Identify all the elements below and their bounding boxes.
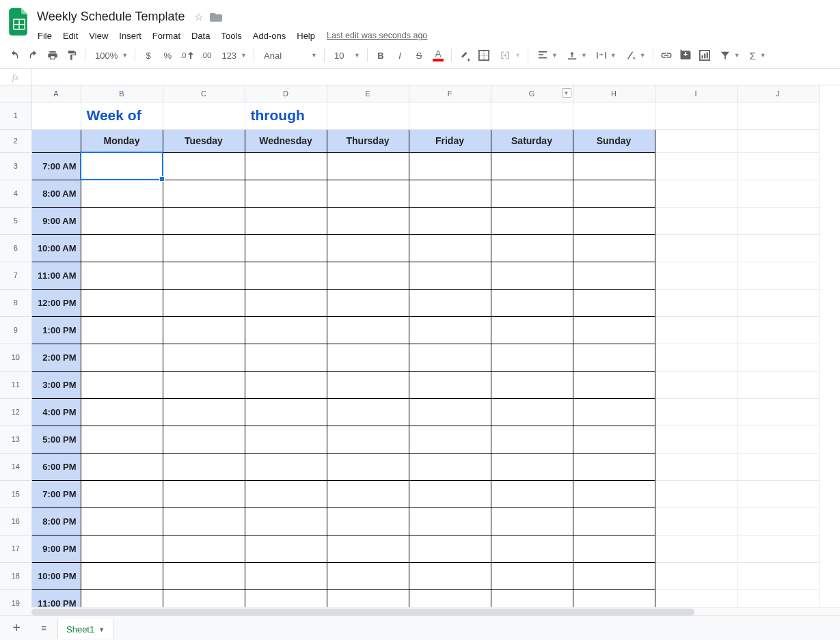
cell-E10[interactable] [327, 344, 409, 371]
row-header-14[interactable]: 14 [0, 453, 31, 480]
cell-D14[interactable] [245, 453, 327, 480]
cell-H6[interactable] [573, 234, 655, 262]
cell-J4[interactable] [737, 180, 819, 207]
row-header-10[interactable]: 10 [0, 344, 31, 371]
cell-B5[interactable] [81, 207, 163, 234]
valign-button[interactable]: ▼ [562, 46, 590, 64]
select-all-corner[interactable] [0, 85, 31, 102]
cell-C3[interactable] [163, 152, 245, 180]
link-button[interactable] [658, 46, 675, 64]
cell-H17[interactable] [573, 535, 655, 562]
cell-I12[interactable] [655, 398, 737, 426]
time-label-row14[interactable]: 6:00 PM [31, 453, 81, 480]
col-header-D[interactable]: D [245, 85, 327, 102]
fill-color-button[interactable] [456, 46, 474, 64]
cell-I17[interactable] [655, 535, 737, 562]
wrap-button[interactable]: ▼ [591, 46, 619, 64]
row-header-12[interactable]: 12 [0, 398, 31, 426]
cell-D16[interactable] [245, 507, 327, 535]
grid-area[interactable]: ABCDEFG▼HIJ1Week ofthrough2MondayTuesday… [0, 85, 840, 615]
cell-H8[interactable] [573, 289, 655, 316]
row-header-1[interactable]: 1 [0, 102, 31, 129]
cell-B8[interactable] [81, 289, 163, 316]
decrease-decimal-button[interactable]: .0 [178, 46, 195, 64]
cell-B6[interactable] [81, 234, 163, 262]
time-label-row7[interactable]: 11:00 AM [31, 262, 81, 289]
time-label-row3[interactable]: 7:00 AM [31, 152, 81, 180]
cell-G1[interactable] [491, 102, 573, 129]
col-header-G[interactable]: G▼ [491, 85, 573, 102]
time-label-row6[interactable]: 10:00 AM [31, 234, 81, 262]
cell-G8[interactable] [491, 289, 573, 316]
cell-C5[interactable] [163, 207, 245, 234]
cell-G12[interactable] [491, 398, 573, 426]
cell-H18[interactable] [573, 562, 655, 589]
cell-I1[interactable] [655, 102, 737, 129]
number-format-select[interactable]: 123▼ [216, 46, 249, 64]
cell-I8[interactable] [655, 289, 737, 316]
row-header-13[interactable]: 13 [0, 426, 31, 453]
row-header-5[interactable]: 5 [0, 207, 31, 234]
time-label-row13[interactable]: 5:00 PM [31, 426, 81, 453]
cell-G6[interactable] [491, 234, 573, 262]
cell-F7[interactable] [409, 262, 491, 289]
cell-D3[interactable] [245, 152, 327, 180]
cell-C4[interactable] [163, 180, 245, 207]
cell-G18[interactable] [491, 562, 573, 589]
menu-data[interactable]: Data [187, 28, 215, 44]
col-header-A[interactable]: A [31, 85, 81, 102]
row-header-2[interactable]: 2 [0, 129, 31, 152]
cell-H13[interactable] [573, 426, 655, 453]
cell-F12[interactable] [409, 398, 491, 426]
cell-I5[interactable] [655, 207, 737, 234]
cell-A1[interactable] [31, 102, 81, 129]
cell-B4[interactable] [81, 180, 163, 207]
cell-G5[interactable] [491, 207, 573, 234]
cell-J16[interactable] [737, 507, 819, 535]
cell-I6[interactable] [655, 234, 737, 262]
cell-E13[interactable] [327, 426, 409, 453]
menu-file[interactable]: File [33, 28, 57, 44]
cell-C12[interactable] [163, 398, 245, 426]
sheet-tab-sheet1[interactable]: Sheet1▼ [57, 619, 113, 639]
cell-J1[interactable] [737, 102, 819, 129]
cell-E7[interactable] [327, 262, 409, 289]
cell-B15[interactable] [81, 480, 163, 507]
cell-C15[interactable] [163, 480, 245, 507]
paint-format-button[interactable] [63, 46, 81, 64]
row-header-4[interactable]: 4 [0, 180, 31, 207]
cell-F17[interactable] [409, 535, 491, 562]
menu-insert[interactable]: Insert [114, 28, 146, 44]
menu-tools[interactable]: Tools [216, 28, 246, 44]
cell-B7[interactable] [81, 262, 163, 289]
halign-button[interactable]: ▼ [532, 46, 560, 64]
col-header-E[interactable]: E [327, 85, 409, 102]
cell-E15[interactable] [327, 480, 409, 507]
all-sheets-button[interactable]: ≡ [31, 618, 56, 639]
cell-D4[interactable] [245, 180, 327, 207]
time-label-row11[interactable]: 3:00 PM [31, 371, 81, 398]
chart-button[interactable] [696, 46, 714, 64]
cell-F15[interactable] [409, 480, 491, 507]
cell-J12[interactable] [737, 398, 819, 426]
col-header-H[interactable]: H [573, 85, 655, 102]
cell-J8[interactable] [737, 289, 819, 316]
cell-D12[interactable] [245, 398, 327, 426]
cell-I11[interactable] [655, 371, 737, 398]
cell-C6[interactable] [163, 234, 245, 262]
time-label-row18[interactable]: 10:00 PM [31, 562, 81, 589]
cell-J9[interactable] [737, 316, 819, 344]
cell-F1[interactable] [409, 102, 491, 129]
day-header-saturday[interactable]: Saturday [491, 129, 573, 152]
cell-B9[interactable] [81, 316, 163, 344]
row-header-3[interactable]: 3 [0, 152, 31, 180]
cell-J14[interactable] [737, 453, 819, 480]
time-label-row10[interactable]: 2:00 PM [31, 344, 81, 371]
increase-decimal-button[interactable]: .00 [197, 46, 215, 64]
cell-E16[interactable] [327, 507, 409, 535]
row-header-19[interactable]: 19 [0, 589, 31, 615]
cell-E4[interactable] [327, 180, 409, 207]
cell-B12[interactable] [81, 398, 163, 426]
time-label-row4[interactable]: 8:00 AM [31, 180, 81, 207]
cell-G15[interactable] [491, 480, 573, 507]
